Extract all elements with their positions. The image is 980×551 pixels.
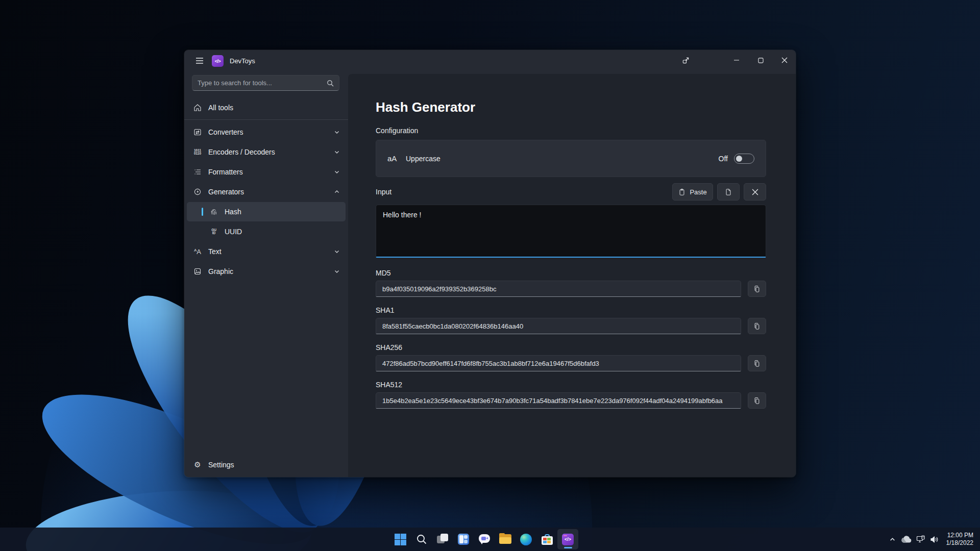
md5-copy-button[interactable] [748, 281, 766, 297]
sidebar-item-uuid[interactable]: GUID UUID [187, 222, 346, 241]
search-icon [416, 534, 427, 545]
microsoft-store-icon [542, 534, 553, 545]
sidebar-item-encoders-decoders[interactable]: 10110110 Encoders / Decoders [187, 142, 346, 162]
selection-accent-bar [202, 208, 203, 216]
chat-icon [478, 533, 491, 545]
close-icon [752, 189, 758, 195]
main-content: Hash Generator Configuration aA Uppercas… [348, 74, 796, 477]
sha1-label: SHA1 [376, 306, 766, 314]
taskbar-devtoys-button[interactable]: </> [557, 529, 578, 549]
search-input[interactable] [198, 79, 327, 87]
edge-browser-icon [520, 534, 532, 545]
search-box[interactable] [192, 75, 339, 91]
sidebar-item-converters[interactable]: Converters [187, 122, 346, 142]
sidebar-item-all-tools[interactable]: All tools [187, 98, 346, 117]
binary-icon: 10110110 [193, 147, 202, 157]
taskbar-file-explorer-button[interactable] [495, 529, 516, 549]
copy-icon [753, 360, 761, 367]
chevron-down-icon [334, 129, 340, 135]
widgets-icon [458, 534, 469, 545]
toggle-knob [736, 156, 742, 162]
sha1-copy-button[interactable] [748, 318, 766, 334]
sidebar-item-label: Encoders / Decoders [208, 148, 275, 156]
input-header-row: Input Paste [376, 183, 766, 201]
sidebar-item-label: Text [208, 247, 222, 256]
chevron-down-icon [334, 149, 340, 155]
text-case-icon: AA [193, 247, 202, 256]
input-label: Input [376, 188, 391, 196]
sidebar-item-text[interactable]: AA Text [187, 242, 346, 261]
chevron-up-icon [334, 189, 340, 195]
devtoys-window: </> DevToys All tools [184, 50, 796, 477]
sidebar-item-label: Generators [208, 188, 244, 196]
sha256-output-field[interactable]: 472f86ad5b7bcd90eff6147fd6f8fb755ac3b1ab… [376, 355, 741, 371]
clock-time: 12:00 PM [946, 532, 973, 539]
generator-icon [193, 187, 202, 196]
titlebar: </> DevToys [184, 50, 796, 72]
copy-icon [753, 285, 761, 293]
taskbar: </> 12:00 PM 1/18/2022 [0, 528, 980, 551]
toggle-state-label: Off [719, 155, 728, 163]
sidebar-item-label: Settings [208, 461, 234, 469]
taskbar-start-button[interactable] [390, 529, 411, 549]
task-view-icon [437, 534, 448, 545]
clipboard-icon [678, 188, 685, 196]
sha512-copy-button[interactable] [748, 392, 766, 409]
tray-chevron-up-icon[interactable] [889, 536, 896, 543]
chevron-down-icon [334, 169, 340, 175]
compact-overlay-button[interactable] [674, 52, 697, 69]
gear-icon: ⚙ [193, 460, 202, 469]
system-tray: 12:00 PM 1/18/2022 [889, 528, 980, 551]
md5-output-field[interactable]: b9a4f035019096a2f939352b369258bc [376, 281, 741, 297]
settings-section: ⚙ Settings [184, 455, 348, 475]
taskbar-task-view-button[interactable] [432, 529, 453, 549]
file-icon [725, 188, 732, 196]
formatter-icon [193, 167, 202, 177]
chevron-down-icon [334, 268, 340, 274]
devtoys-logo-icon: </> [212, 55, 224, 67]
home-icon [193, 103, 202, 112]
sha1-output-field[interactable]: 8fa581f55caecb0bc1da080202f64836b146aa40 [376, 318, 741, 334]
clear-input-button[interactable] [744, 183, 766, 201]
sidebar-item-settings[interactable]: ⚙ Settings [187, 455, 346, 474]
devtoys-icon: </> [562, 534, 574, 545]
sha1-row: 8fa581f55caecb0bc1da080202f64836b146aa40 [376, 318, 766, 334]
md5-row: b9a4f035019096a2f939352b369258bc [376, 281, 766, 297]
uppercase-toggle[interactable] [734, 154, 754, 164]
configuration-section-label: Configuration [376, 127, 766, 135]
hash-input-textarea[interactable]: Hello there ! [376, 205, 766, 258]
image-icon [193, 267, 202, 276]
sidebar-item-label: Converters [208, 128, 243, 136]
sha256-copy-button[interactable] [748, 355, 766, 371]
sidebar-divider [184, 119, 348, 120]
sidebar-item-hash[interactable]: Hash [187, 202, 346, 221]
sidebar-nav: All tools Converters 10110110 Encoders /… [184, 97, 348, 282]
maximize-button[interactable] [749, 52, 772, 69]
taskbar-store-button[interactable] [536, 529, 557, 549]
guid-icon: GUID [209, 227, 218, 236]
sidebar-item-graphic[interactable]: Graphic [187, 262, 346, 281]
search-icon [327, 80, 334, 87]
sha512-output-field[interactable]: 1b5e4b2ea5e1e23c5649ece43bf3e674b7a90b3f… [376, 392, 741, 409]
minimize-button[interactable] [725, 52, 748, 69]
taskbar-chat-button[interactable] [474, 529, 495, 549]
network-icon[interactable] [916, 535, 925, 543]
converter-icon [193, 128, 202, 137]
taskbar-clock[interactable]: 12:00 PM 1/18/2022 [946, 532, 973, 547]
sidebar-item-label: All tools [208, 104, 233, 112]
taskbar-search-button[interactable] [411, 529, 432, 549]
hamburger-menu-button[interactable] [193, 54, 206, 67]
paste-button[interactable]: Paste [672, 183, 713, 201]
sidebar-item-label: UUID [225, 228, 242, 236]
sha512-row: 1b5e4b2ea5e1e23c5649ece43bf3e674b7a90b3f… [376, 392, 766, 409]
open-file-button[interactable] [717, 183, 740, 201]
sidebar-item-generators[interactable]: Generators [187, 182, 346, 202]
onedrive-icon[interactable] [900, 536, 912, 543]
copy-icon [753, 397, 761, 405]
sidebar-item-formatters[interactable]: Formatters [187, 162, 346, 182]
close-button[interactable] [773, 52, 796, 69]
volume-icon[interactable] [930, 536, 939, 543]
taskbar-widgets-button[interactable] [453, 529, 474, 549]
taskbar-edge-button[interactable] [516, 529, 536, 549]
uppercase-label: Uppercase [406, 155, 440, 163]
